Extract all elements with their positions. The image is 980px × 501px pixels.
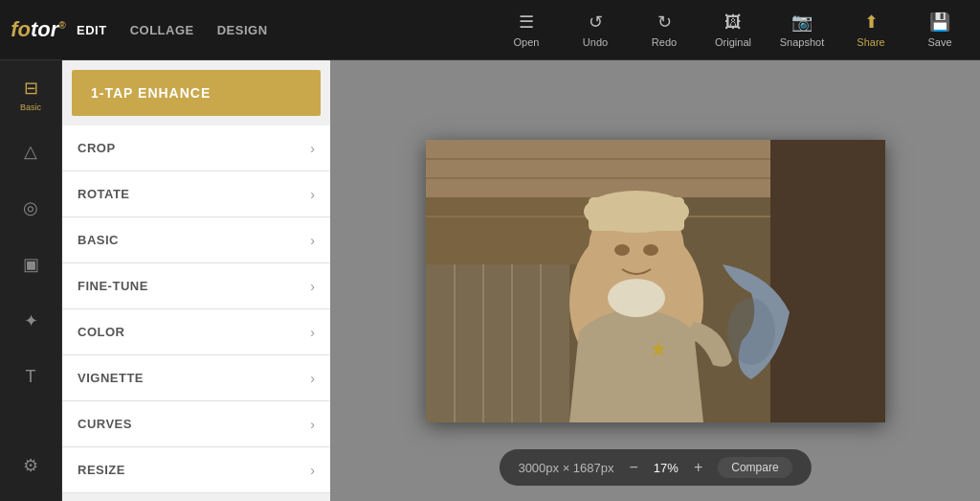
original-button[interactable]: 🖼 Original: [702, 4, 764, 57]
vignette-chevron-icon: ›: [310, 371, 315, 386]
open-icon: ☰: [519, 11, 534, 33]
basic-section-label: BASIC: [78, 233, 310, 247]
sidebar-item-effects[interactable]: △: [5, 125, 57, 177]
compare-button[interactable]: Compare: [718, 457, 791, 478]
open-label: Open: [514, 36, 540, 48]
original-icon: 🖼: [724, 12, 742, 33]
basic-label: Basic: [20, 102, 41, 112]
canvas-area: 3000px × 1687px − 17% + Compare: [330, 60, 980, 501]
sidebar-item-beautify[interactable]: ◎: [5, 181, 57, 234]
basic-chevron-icon: ›: [310, 233, 315, 248]
snapshot-label: Snapshot: [780, 36, 824, 48]
nav-design[interactable]: DESIGN: [217, 19, 268, 41]
sidebar-item-text[interactable]: T: [5, 351, 57, 403]
undo-button[interactable]: ↺ Undo: [565, 4, 626, 57]
redo-label: Redo: [652, 36, 677, 48]
vignette-label: VIGNETTE: [78, 371, 310, 385]
undo-label: Undo: [583, 36, 608, 48]
frames-icon: ▣: [23, 254, 39, 275]
top-nav: fotor® EDIT COLLAGE DESIGN ☰ Open ↺ Undo…: [0, 0, 980, 60]
crop-label: CROP: [78, 141, 310, 155]
share-icon: ⬆: [864, 11, 879, 33]
enhance-button[interactable]: 1-TAP ENHANCE: [72, 70, 321, 116]
sidebar-item-stickers[interactable]: ✦: [5, 294, 57, 347]
crop-section[interactable]: CROP ›: [62, 125, 330, 171]
color-label: COLOR: [78, 325, 310, 339]
svg-rect-16: [426, 264, 569, 422]
dimensions-text: 3000px × 1687px: [518, 461, 613, 475]
eye-icon: ◎: [23, 197, 38, 218]
resize-chevron-icon: ›: [310, 463, 315, 478]
canvas-image: [426, 140, 885, 422]
finetune-chevron-icon: ›: [310, 279, 315, 294]
stickers-icon: ✦: [24, 310, 38, 331]
redo-button[interactable]: ↻ Redo: [634, 4, 695, 57]
share-button[interactable]: ⬆ Share: [840, 4, 902, 57]
vignette-section[interactable]: VIGNETTE ›: [62, 355, 330, 401]
settings-icon: ⚙: [23, 455, 38, 476]
tools-panel: 1-TAP ENHANCE CROP › ROTATE › BASIC › FI…: [62, 60, 330, 501]
icon-sidebar: ⊟ Basic △ ◎ ▣ ✦ T ⚙: [0, 60, 62, 501]
logo: fotor®: [11, 17, 65, 42]
main-area: ⊟ Basic △ ◎ ▣ ✦ T ⚙ 1-TAP ENHANCE CROP ›…: [0, 60, 980, 501]
save-icon: 💾: [929, 11, 950, 33]
zoom-level: 17%: [654, 461, 679, 475]
snapshot-icon: 📷: [791, 11, 813, 33]
original-label: Original: [715, 36, 751, 48]
color-section[interactable]: COLOR ›: [62, 309, 330, 355]
svg-point-12: [643, 244, 658, 256]
rotate-section[interactable]: ROTATE ›: [62, 171, 330, 217]
basic-section[interactable]: BASIC ›: [62, 217, 330, 263]
redo-icon: ↻: [657, 11, 672, 33]
finetune-label: FINE-TUNE: [78, 279, 310, 293]
snapshot-button[interactable]: 📷 Snapshot: [771, 4, 833, 57]
svg-point-13: [608, 279, 665, 317]
nav-edit[interactable]: EDIT: [77, 19, 107, 41]
rotate-chevron-icon: ›: [310, 187, 315, 202]
sidebar-item-frames[interactable]: ▣: [5, 238, 57, 290]
sliders-icon: ⊟: [24, 78, 38, 99]
image-container[interactable]: [426, 140, 885, 422]
finetune-section[interactable]: FINE-TUNE ›: [62, 263, 330, 309]
crop-chevron-icon: ›: [310, 141, 315, 156]
status-bar: 3000px × 1687px − 17% + Compare: [499, 449, 811, 486]
image-svg: [426, 140, 885, 422]
resize-section[interactable]: RESIZE ›: [62, 447, 330, 493]
sidebar-item-basic[interactable]: ⊟ Basic: [5, 68, 57, 121]
svg-point-11: [614, 244, 630, 256]
nav-collage[interactable]: COLLAGE: [130, 19, 194, 41]
nav-links: EDIT COLLAGE DESIGN: [77, 19, 268, 41]
curves-chevron-icon: ›: [310, 417, 315, 432]
rotate-label: ROTATE: [78, 187, 310, 201]
undo-icon: ↺: [589, 11, 603, 33]
color-chevron-icon: ›: [310, 325, 315, 340]
svg-rect-10: [589, 197, 684, 231]
svg-point-15: [727, 298, 775, 365]
sidebar-item-settings[interactable]: ⚙: [5, 439, 57, 491]
save-label: Save: [927, 36, 951, 48]
logo-area: fotor®: [0, 17, 67, 42]
save-button[interactable]: 💾 Save: [909, 4, 970, 57]
resize-label: RESIZE: [78, 463, 310, 477]
effects-icon: △: [24, 141, 37, 162]
zoom-in-button[interactable]: +: [690, 459, 706, 476]
curves-section[interactable]: CURVES ›: [62, 401, 330, 447]
top-toolbar: ☰ Open ↺ Undo ↻ Redo 🖼 Original 📷 Snapsh…: [496, 4, 980, 57]
svg-rect-6: [770, 140, 885, 422]
zoom-out-button[interactable]: −: [626, 459, 642, 476]
text-icon: T: [26, 367, 36, 387]
open-button[interactable]: ☰ Open: [496, 4, 557, 57]
share-label: Share: [857, 36, 884, 48]
curves-label: CURVES: [78, 417, 310, 431]
